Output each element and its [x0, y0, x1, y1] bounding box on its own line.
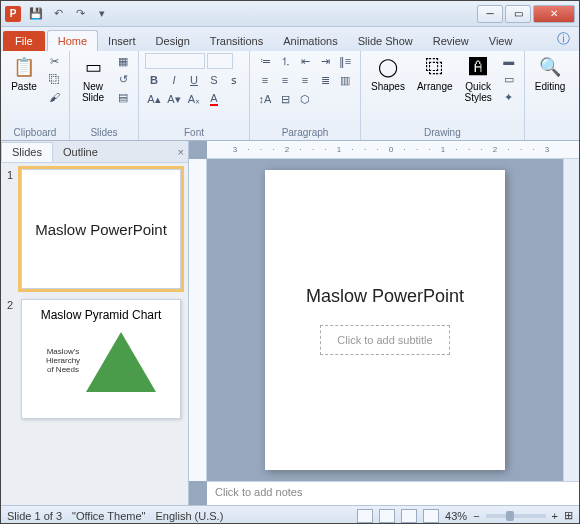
save-icon[interactable]: 💾	[27, 5, 45, 23]
arrange-button[interactable]: ⿻ Arrange	[413, 53, 457, 94]
font-color-icon[interactable]: A	[205, 91, 223, 107]
tab-view[interactable]: View	[479, 31, 523, 51]
maximize-button[interactable]: ▭	[505, 5, 531, 23]
indent-dec-icon[interactable]: ⇤	[296, 53, 314, 69]
columns-icon[interactable]: ▥	[336, 72, 354, 88]
notes-pane[interactable]: Click to add notes	[207, 481, 579, 505]
tab-review[interactable]: Review	[423, 31, 479, 51]
reset-icon[interactable]: ↺	[114, 71, 132, 87]
thumb-subtitle: Maslow's Hierarchy of Needs	[46, 347, 80, 374]
editing-button[interactable]: 🔍 Editing	[531, 53, 570, 94]
sorter-view-icon[interactable]	[379, 509, 395, 523]
file-tab[interactable]: File	[3, 31, 45, 51]
zoom-level[interactable]: 43%	[445, 510, 467, 522]
shapes-button[interactable]: ◯ Shapes	[367, 53, 409, 94]
editor: 3 · · · 2 · · · 1 · · · 0 · · · 1 · · · …	[189, 141, 579, 505]
justify-icon[interactable]: ≣	[316, 72, 334, 88]
panel-tab-outline[interactable]: Outline	[53, 143, 108, 161]
font-size-select[interactable]	[207, 53, 233, 69]
quick-access-toolbar: 💾 ↶ ↷ ▾	[27, 5, 111, 23]
help-icon[interactable]: ⓘ	[554, 27, 573, 51]
slide-title[interactable]: Maslow PowerPoint	[306, 286, 464, 307]
tab-insert[interactable]: Insert	[98, 31, 146, 51]
qat-dropdown-icon[interactable]: ▾	[93, 5, 111, 23]
group-label: Font	[145, 125, 243, 138]
tab-animations[interactable]: Animations	[273, 31, 347, 51]
indent-inc-icon[interactable]: ⇥	[316, 53, 334, 69]
numbering-icon[interactable]: ⒈	[276, 53, 294, 69]
vertical-scrollbar[interactable]	[563, 159, 579, 481]
line-spacing-icon[interactable]: ‖≡	[336, 53, 354, 69]
slide-canvas-area[interactable]: Maslow PowerPoint Click to add subtitle	[207, 159, 563, 481]
text-direction-icon[interactable]: ↕A	[256, 91, 274, 107]
bullets-icon[interactable]: ≔	[256, 53, 274, 69]
app-icon: P	[5, 6, 21, 22]
slideshow-view-icon[interactable]	[423, 509, 439, 523]
underline-icon[interactable]: U	[185, 72, 203, 88]
layout-icon[interactable]: ▦	[114, 53, 132, 69]
paste-icon: 📋	[12, 55, 36, 79]
thumb-number: 2	[7, 299, 17, 419]
language[interactable]: English (U.S.)	[155, 510, 223, 522]
horizontal-ruler: 3 · · · 2 · · · 1 · · · 0 · · · 1 · · · …	[207, 141, 579, 159]
smartart-icon[interactable]: ⬡	[296, 91, 314, 107]
tab-transitions[interactable]: Transitions	[200, 31, 273, 51]
group-drawing: ◯ Shapes ⿻ Arrange 🅰 Quick Styles ▬ ▭ ✦ …	[361, 51, 525, 140]
cut-icon[interactable]: ✂	[45, 53, 63, 69]
zoom-in-icon[interactable]: +	[552, 510, 558, 522]
new-slide-icon: ▭	[81, 55, 105, 79]
thumb-number: 1	[7, 169, 17, 289]
minimize-button[interactable]: ─	[477, 5, 503, 23]
group-editing: 🔍 Editing Editing	[525, 51, 576, 140]
slides-panel: Slides Outline × 1 Maslow PowerPoint 2 M…	[1, 141, 189, 505]
bold-icon[interactable]: B	[145, 72, 163, 88]
section-icon[interactable]: ▤	[114, 89, 132, 105]
undo-icon[interactable]: ↶	[49, 5, 67, 23]
font-family-select[interactable]	[145, 53, 205, 69]
paste-button[interactable]: 📋 Paste	[7, 53, 41, 94]
tab-home[interactable]: Home	[47, 30, 98, 51]
work-area: Slides Outline × 1 Maslow PowerPoint 2 M…	[1, 141, 579, 505]
vertical-ruler	[189, 159, 207, 481]
shrink-font-icon[interactable]: A▾	[165, 91, 183, 107]
thumb-title: Maslow PowerPoint	[35, 221, 167, 238]
shadow-icon[interactable]: ꜱ	[225, 72, 243, 88]
slide-thumbnail[interactable]: Maslow Pyramid Chart Maslow's Hierarchy …	[21, 299, 181, 419]
align-center-icon[interactable]: ≡	[276, 72, 294, 88]
panel-tab-slides[interactable]: Slides	[1, 142, 53, 162]
tab-design[interactable]: Design	[146, 31, 200, 51]
subtitle-placeholder[interactable]: Click to add subtitle	[320, 325, 449, 355]
panel-close-icon[interactable]: ×	[178, 146, 184, 158]
shape-fill-icon[interactable]: ▬	[500, 53, 518, 69]
group-font: B I U S ꜱ A▴ A▾ Aₓ A Font	[139, 51, 250, 140]
align-text-icon[interactable]: ⊟	[276, 91, 294, 107]
thumb-item[interactable]: 1 Maslow PowerPoint	[7, 169, 182, 289]
normal-view-icon[interactable]	[357, 509, 373, 523]
close-button[interactable]: ✕	[533, 5, 575, 23]
zoom-slider[interactable]	[486, 514, 546, 518]
align-right-icon[interactable]: ≡	[296, 72, 314, 88]
shape-effects-icon[interactable]: ✦	[500, 89, 518, 105]
clear-format-icon[interactable]: Aₓ	[185, 91, 203, 107]
tab-slideshow[interactable]: Slide Show	[348, 31, 423, 51]
slide-thumbnail[interactable]: Maslow PowerPoint	[21, 169, 181, 289]
slide[interactable]: Maslow PowerPoint Click to add subtitle	[265, 170, 505, 470]
find-icon: 🔍	[538, 55, 562, 79]
zoom-out-icon[interactable]: −	[473, 510, 479, 522]
quick-styles-button[interactable]: 🅰 Quick Styles	[461, 53, 496, 105]
reading-view-icon[interactable]	[401, 509, 417, 523]
group-label: Slides	[76, 125, 132, 138]
italic-icon[interactable]: I	[165, 72, 183, 88]
align-left-icon[interactable]: ≡	[256, 72, 274, 88]
strike-icon[interactable]: S	[205, 72, 223, 88]
shape-outline-icon[interactable]: ▭	[500, 71, 518, 87]
fit-window-icon[interactable]: ⊞	[564, 509, 573, 522]
new-slide-button[interactable]: ▭ New Slide	[76, 53, 110, 105]
redo-icon[interactable]: ↷	[71, 5, 89, 23]
shapes-icon: ◯	[376, 55, 400, 79]
grow-font-icon[interactable]: A▴	[145, 91, 163, 107]
format-painter-icon[interactable]: 🖌	[45, 89, 63, 105]
thumbnails: 1 Maslow PowerPoint 2 Maslow Pyramid Cha…	[1, 163, 188, 505]
copy-icon[interactable]: ⿻	[45, 71, 63, 87]
thumb-item[interactable]: 2 Maslow Pyramid Chart Maslow's Hierarch…	[7, 299, 182, 419]
